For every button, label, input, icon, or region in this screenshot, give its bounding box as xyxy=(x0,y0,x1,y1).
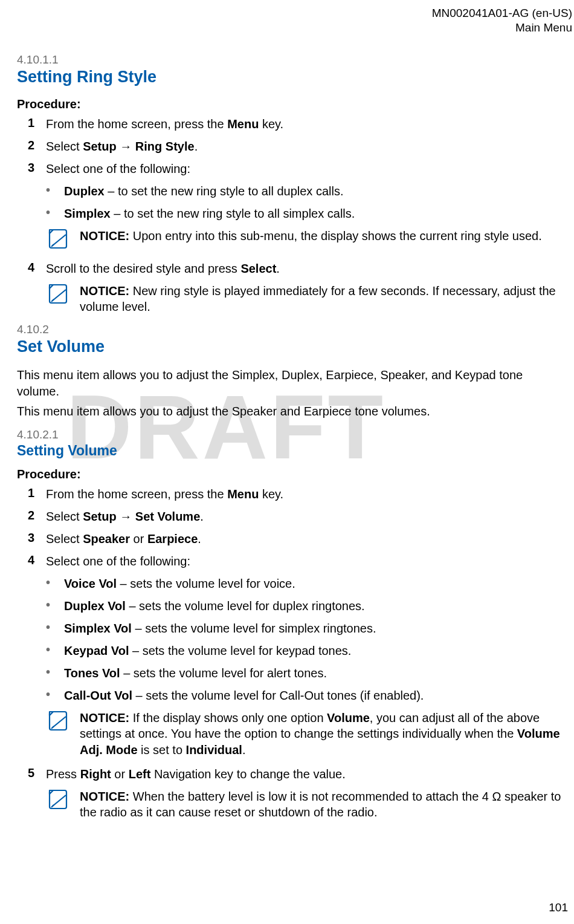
text: Scroll to the desired style and press xyxy=(46,262,240,275)
step-number: 1 xyxy=(28,486,46,503)
list-item: • Call-Out Vol – sets the volume level f… xyxy=(17,688,572,704)
step-text: Select one of the following: xyxy=(46,553,572,570)
bullet-icon: • xyxy=(46,620,64,637)
notice-block: NOTICE: Upon entry into this sub-menu, t… xyxy=(17,228,572,252)
notice-icon xyxy=(46,228,80,252)
text: From the home screen, press the xyxy=(46,487,227,501)
text: – to set the new ring style to all duple… xyxy=(105,184,344,198)
procedure-label: Procedure: xyxy=(17,97,572,111)
list-item: • Simplex Vol – sets the volume level fo… xyxy=(17,620,572,637)
notice-icon xyxy=(46,710,80,758)
menu-path-setup: Setup xyxy=(83,510,117,523)
option-callout-vol: Call-Out Vol xyxy=(64,689,132,702)
bullet-text: Keypad Vol – sets the volume level for k… xyxy=(64,643,572,659)
notice-label: NOTICE: xyxy=(80,229,129,242)
paragraph: This menu item allows you to adjust the … xyxy=(17,403,572,420)
step-number: 3 xyxy=(28,531,46,547)
text: Select xyxy=(46,140,83,153)
option-voice-vol: Voice Vol xyxy=(64,577,117,590)
step-text: Select Setup → Ring Style. xyxy=(46,138,572,155)
text: → xyxy=(117,140,135,153)
svg-line-5 xyxy=(51,299,54,302)
list-item: • Duplex – to set the new ring style to … xyxy=(17,183,572,200)
text: . xyxy=(195,140,198,153)
text: – sets the volume level for voice. xyxy=(117,577,295,590)
text: . xyxy=(276,262,280,275)
list-item: • Simplex – to set the new ring style to… xyxy=(17,206,572,222)
text: Upon entry into this sub-menu, the displ… xyxy=(129,229,542,242)
step-number: 2 xyxy=(28,138,46,155)
step-text: Press Right or Left Navigation key to ch… xyxy=(46,766,572,782)
text: Press xyxy=(46,767,80,781)
section-title: Setting Volume xyxy=(17,443,572,458)
text: or xyxy=(130,532,147,545)
bullet-text: Tones Vol – sets the volume level for al… xyxy=(64,665,572,682)
bullet-icon: • xyxy=(46,206,64,222)
list-item: 2 Select Setup → Ring Style. xyxy=(17,138,572,155)
text: When the battery level is low it is not … xyxy=(80,790,561,819)
step-number: 1 xyxy=(28,116,46,132)
bullet-icon: • xyxy=(46,688,64,704)
option-keypad-vol: Keypad Vol xyxy=(64,644,129,657)
list-item: • Voice Vol – sets the volume level for … xyxy=(17,576,572,592)
option-duplex: Duplex xyxy=(64,184,105,198)
text: . xyxy=(242,743,246,756)
notice-block: NOTICE: If the display shows only one op… xyxy=(17,710,572,758)
option-simplex-vol: Simplex Vol xyxy=(64,622,132,635)
bullet-icon: • xyxy=(46,576,64,592)
section-title: Setting Ring Style xyxy=(17,68,572,86)
menu-key-label: Menu xyxy=(227,487,259,501)
text: key. xyxy=(259,117,283,131)
svg-line-8 xyxy=(51,726,54,729)
notice-text: NOTICE: New ring style is played immedia… xyxy=(80,283,572,315)
notice-label: NOTICE: xyxy=(80,711,129,724)
section-number: 4.10.2.1 xyxy=(17,428,572,441)
step-text: Select Speaker or Earpiece. xyxy=(46,531,572,547)
text: . xyxy=(198,532,201,545)
option-simplex: Simplex xyxy=(64,207,111,220)
list-item: • Keypad Vol – sets the volume level for… xyxy=(17,643,572,659)
bullet-text: Simplex Vol – sets the volume level for … xyxy=(64,620,572,637)
list-item: 4 Scroll to the desired style and press … xyxy=(17,261,572,277)
text: or xyxy=(111,767,129,781)
text: New ring style is played immediately for… xyxy=(80,284,556,313)
option-volume: Volume xyxy=(327,711,370,724)
bullet-icon: • xyxy=(46,598,64,614)
menu-path-set-volume: Set Volume xyxy=(135,510,200,523)
text: – sets the volume level for duplex ringt… xyxy=(126,599,365,613)
list-item: 1 From the home screen, press the Menu k… xyxy=(17,116,572,132)
text: – sets the volume level for keypad tones… xyxy=(129,644,351,657)
option-speaker: Speaker xyxy=(83,532,130,545)
list-item: 3 Select Speaker or Earpiece. xyxy=(17,531,572,547)
bullet-icon: • xyxy=(46,665,64,682)
step-text: Select one of the following: xyxy=(46,161,572,177)
section-number: 4.10.2 xyxy=(17,323,572,336)
page-number: 101 xyxy=(549,901,568,914)
list-item: 4 Select one of the following: xyxy=(17,553,572,570)
list-item: • Tones Vol – sets the volume level for … xyxy=(17,665,572,682)
notice-text: NOTICE: When the battery level is low it… xyxy=(80,789,572,821)
bullet-text: Call-Out Vol – sets the volume level for… xyxy=(64,688,572,704)
svg-line-11 xyxy=(51,805,54,807)
step-number: 4 xyxy=(28,553,46,570)
svg-line-1 xyxy=(53,235,66,246)
paragraph: This menu item allows you to adjust the … xyxy=(17,367,572,400)
nav-right-key: Right xyxy=(80,767,111,781)
text: . xyxy=(200,510,204,523)
svg-line-7 xyxy=(53,717,66,727)
bullet-icon: • xyxy=(46,183,64,200)
doc-id: MN002041A01-AG (en-US) xyxy=(17,6,572,21)
bullet-text: Duplex – to set the new ring style to al… xyxy=(64,183,572,200)
section-number: 4.10.1.1 xyxy=(17,53,572,67)
text: – sets the volume level for simplex ring… xyxy=(132,622,376,635)
list-item: • Duplex Vol – sets the volume level for… xyxy=(17,598,572,614)
text: – sets the volume level for alert tones. xyxy=(120,666,327,680)
svg-line-10 xyxy=(53,795,66,806)
text: Navigation key to change the value. xyxy=(150,767,345,781)
step-number: 5 xyxy=(28,766,46,782)
text: → xyxy=(117,510,135,523)
text: If the display shows only one option xyxy=(129,711,327,724)
text: Select xyxy=(46,532,83,545)
list-item: 2 Select Setup → Set Volume. xyxy=(17,509,572,525)
bullet-icon: • xyxy=(46,643,64,659)
